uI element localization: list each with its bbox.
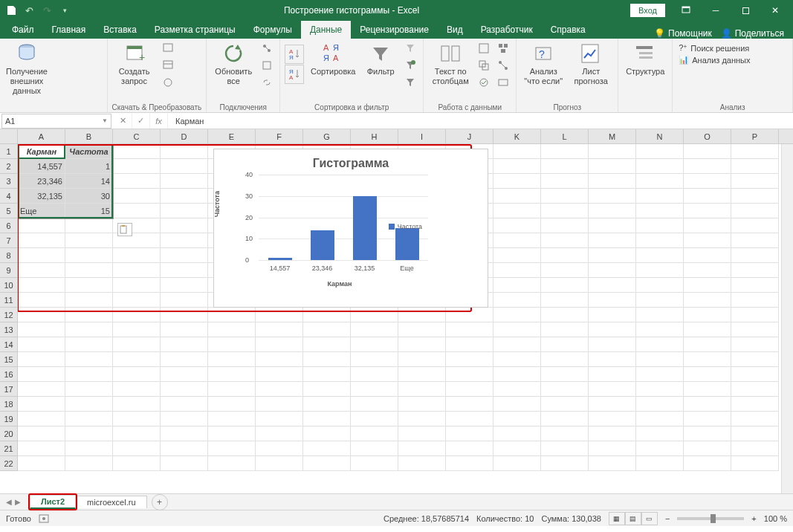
cell[interactable] <box>446 352 493 367</box>
cell[interactable] <box>65 218 113 233</box>
cell[interactable] <box>636 144 684 159</box>
cell[interactable] <box>493 278 541 293</box>
cell[interactable] <box>684 278 731 293</box>
data-validation-icon[interactable] <box>476 74 492 91</box>
undo-icon[interactable]: ↶ <box>21 2 37 19</box>
tab-page-layout[interactable]: Разметка страницы <box>146 21 245 39</box>
cell[interactable] <box>113 382 161 397</box>
properties-icon[interactable] <box>259 57 275 74</box>
row-header[interactable]: 4 <box>0 189 18 204</box>
cell[interactable]: 14,557 <box>18 159 65 174</box>
cell[interactable] <box>446 322 493 337</box>
cell[interactable] <box>303 337 351 352</box>
cell[interactable] <box>161 293 208 308</box>
cell[interactable] <box>493 263 541 278</box>
cell[interactable] <box>161 204 208 218</box>
cell[interactable] <box>113 144 161 159</box>
cell[interactable] <box>541 218 589 233</box>
cell[interactable] <box>589 352 636 367</box>
cell[interactable] <box>113 278 161 293</box>
row-header[interactable]: 8 <box>0 248 18 263</box>
relationships-icon[interactable] <box>495 57 511 74</box>
fx-icon[interactable]: fx <box>150 114 168 129</box>
cell[interactable] <box>684 441 731 456</box>
cell[interactable] <box>684 248 731 263</box>
row-header[interactable]: 19 <box>0 412 18 426</box>
chart-histogram[interactable]: Гистограмма Частота 01020304014,55723,34… <box>213 149 488 308</box>
cell[interactable] <box>446 441 493 456</box>
redo-icon[interactable]: ↷ <box>39 2 55 19</box>
cell[interactable] <box>636 204 684 218</box>
cell[interactable] <box>636 308 684 322</box>
cell[interactable] <box>398 412 446 426</box>
cell[interactable] <box>541 174 589 189</box>
row-header[interactable]: 21 <box>0 441 18 456</box>
row-header[interactable]: 12 <box>0 308 18 322</box>
cell[interactable] <box>636 322 684 337</box>
remove-duplicates-icon[interactable] <box>476 57 492 74</box>
formula-input[interactable]: Карман <box>171 117 793 126</box>
cell[interactable] <box>636 337 684 352</box>
cell[interactable] <box>684 159 731 174</box>
recent-sources-icon[interactable] <box>160 74 176 91</box>
cell[interactable] <box>208 426 256 441</box>
advanced-filter-icon[interactable] <box>402 74 418 91</box>
add-sheet-button[interactable]: + <box>152 494 168 510</box>
chart-bar[interactable] <box>311 230 334 260</box>
cell[interactable] <box>493 337 541 352</box>
cell[interactable] <box>18 441 65 456</box>
cell[interactable] <box>208 367 256 382</box>
cell[interactable] <box>18 218 65 233</box>
cell[interactable] <box>636 189 684 204</box>
cell[interactable] <box>113 337 161 352</box>
cell[interactable] <box>18 263 65 278</box>
cell[interactable] <box>65 293 113 308</box>
cell[interactable] <box>65 352 113 367</box>
new-query-button[interactable]: + Создать запрос <box>112 40 157 88</box>
cell[interactable] <box>398 337 446 352</box>
cell[interactable] <box>18 412 65 426</box>
cell[interactable] <box>351 367 398 382</box>
cell[interactable] <box>541 293 589 308</box>
cell[interactable] <box>541 308 589 322</box>
cell[interactable] <box>256 441 303 456</box>
cell[interactable] <box>493 308 541 322</box>
row-header[interactable]: 18 <box>0 397 18 412</box>
cell[interactable] <box>18 397 65 412</box>
cell[interactable] <box>351 322 398 337</box>
save-icon[interactable] <box>3 2 19 19</box>
cell[interactable] <box>684 322 731 337</box>
cell[interactable] <box>636 159 684 174</box>
cell[interactable] <box>493 367 541 382</box>
sheet-nav-next-icon[interactable]: ▶ <box>15 498 21 506</box>
filter-button[interactable]: Фильтр <box>362 40 399 78</box>
clear-filter-icon[interactable] <box>402 40 418 56</box>
consolidate-icon[interactable] <box>495 40 511 56</box>
tab-data[interactable]: Данные <box>301 21 351 39</box>
cell[interactable] <box>446 308 493 322</box>
cell[interactable] <box>161 352 208 367</box>
close-icon[interactable]: ✕ <box>760 0 790 21</box>
cell[interactable] <box>541 159 589 174</box>
cell[interactable] <box>303 456 351 471</box>
cell[interactable] <box>731 441 779 456</box>
cell[interactable] <box>161 456 208 471</box>
cell[interactable] <box>731 174 779 189</box>
solver-button[interactable]: ?⁺ Поиск решения <box>679 43 750 53</box>
cell[interactable] <box>208 308 256 322</box>
cell[interactable] <box>731 456 779 471</box>
cell[interactable] <box>684 293 731 308</box>
cell[interactable] <box>541 426 589 441</box>
cell[interactable] <box>731 337 779 352</box>
cell[interactable] <box>541 233 589 248</box>
cell[interactable] <box>113 352 161 367</box>
cell[interactable] <box>65 233 113 248</box>
login-button[interactable]: Вход <box>630 4 665 17</box>
cell[interactable] <box>731 263 779 278</box>
cell[interactable]: 15 <box>65 204 113 218</box>
connections-icon[interactable] <box>259 40 275 56</box>
cell[interactable] <box>541 382 589 397</box>
cell[interactable] <box>161 337 208 352</box>
cell[interactable] <box>398 382 446 397</box>
flash-fill-icon[interactable] <box>476 40 492 56</box>
